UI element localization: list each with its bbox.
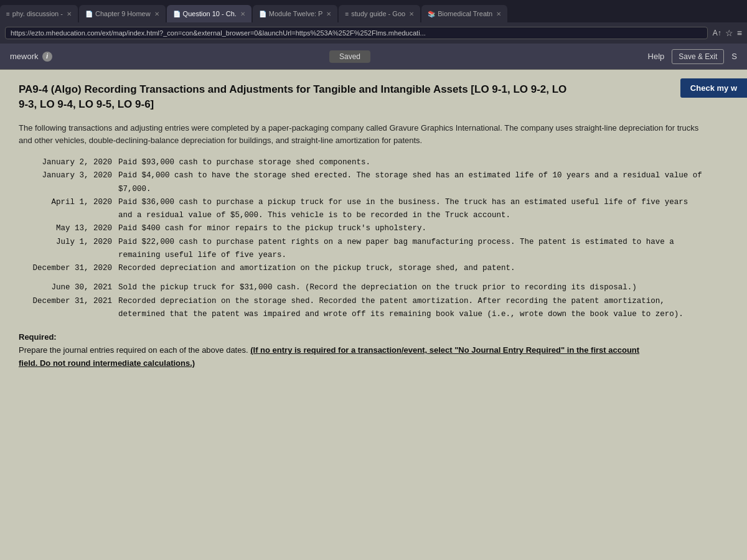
menu-icon[interactable]: ≡ [737,28,742,38]
problem-title: PA9-4 (Algo) Recording Transactions and … [19,82,579,112]
address-bar: https://ezto.mheducation.com/ext/map/ind… [0,22,747,44]
browser-action-icons: A↑ ☆ ≡ [713,28,742,38]
tab-module12[interactable]: 📄 Module Twelve: P ✕ [253,5,338,22]
tab-icon-3: 📄 [173,11,181,17]
transaction-date-7: December 31, 2021 [19,295,118,322]
check-my-button[interactable]: Check my w [680,78,747,98]
intro-text: The following transactions and adjusting… [19,122,703,148]
transaction-text-6: Sold the pickup truck for $31,000 cash. … [118,281,703,294]
tab-close-3[interactable]: ✕ [240,11,245,17]
tab-icon-4: 📄 [259,11,266,17]
transaction-text-2: Paid $36,000 cash to purchase a pickup t… [118,196,703,223]
save-exit-button[interactable]: Save & Exit [672,49,724,64]
transaction-row: April 1, 2020 Paid $36,000 cash to purch… [19,196,703,223]
transaction-date-4: July 1, 2020 [19,236,118,263]
toolbar-right: Help Save & Exit S [648,49,737,64]
bookmark-icon[interactable]: ☆ [725,28,733,38]
info-icon[interactable]: i [42,52,52,62]
app-toolbar: mework i Saved Help Save & Exit S [0,44,747,70]
tab-icon-2: 📄 [85,11,93,17]
tab-study-guide[interactable]: ≡ study guide - Goo ✕ [339,5,420,22]
transaction-row: June 30, 2021 Sold the pickup truck for … [19,281,703,294]
tab-question10[interactable]: 📄 Question 10 - Ch. ✕ [167,5,251,22]
transaction-row: January 3, 2020 Paid $4,000 cash to have… [19,169,703,196]
main-content: Check my w PA9-4 (Algo) Recording Transa… [0,70,747,560]
tab-icon-1: ≡ [6,11,10,17]
transactions-list: January 2, 2020 Paid $93,000 cash to pur… [19,156,703,321]
tab-icon-5: ≡ [345,11,349,17]
tab-close-5[interactable]: ✕ [409,11,414,17]
tab-biomedical[interactable]: 📚 Biomedical Treatn ✕ [421,5,507,22]
transaction-text-4: Paid $22,000 cash to purchase patent rig… [118,236,703,263]
required-text: Prepare the journal entries required on … [19,345,250,355]
tab-close-4[interactable]: ✕ [326,11,331,17]
toolbar-center: Saved [52,50,648,63]
transaction-text-5: Recorded depreciation and amortization o… [118,262,703,275]
transaction-text-3: Paid $400 cash for minor repairs to the … [118,222,703,235]
url-input[interactable]: https://ezto.mheducation.com/ext/map/ind… [5,27,708,39]
transaction-date-2: April 1, 2020 [19,196,118,223]
transaction-row: July 1, 2020 Paid $22,000 cash to purcha… [19,236,703,263]
homework-label: mework i [10,52,52,62]
tab-close-2[interactable]: ✕ [154,11,159,17]
transaction-text-1: Paid $4,000 cash to have the storage she… [118,169,703,196]
transaction-row: May 13, 2020 Paid $400 cash for minor re… [19,222,703,235]
transaction-date-3: May 13, 2020 [19,222,118,235]
transaction-date-0: January 2, 2020 [19,156,118,169]
browser-chrome: ≡ phy. discussion - ✕ 📄 Chapter 9 Homew … [0,0,747,44]
saved-badge: Saved [329,50,370,63]
help-button[interactable]: Help [648,52,665,61]
transaction-text-0: Paid $93,000 cash to purchase storage sh… [118,156,703,169]
transaction-row: December 31, 2020 Recorded depreciation … [19,262,703,275]
tab-close-1[interactable]: ✕ [67,11,72,17]
transaction-row: December 31, 2021 Recorded depreciation … [19,295,703,322]
transaction-row: January 2, 2020 Paid $93,000 cash to pur… [19,156,703,169]
tab-chapter9[interactable]: 📄 Chapter 9 Homew ✕ [79,5,166,22]
tab-phy-discussion[interactable]: ≡ phy. discussion - ✕ [0,5,78,22]
transaction-date-5: December 31, 2020 [19,262,118,275]
transaction-date-6: June 30, 2021 [19,281,118,294]
tab-icon-6: 📚 [428,11,435,17]
tab-close-6[interactable]: ✕ [496,11,501,17]
required-label: Required: [19,332,57,342]
required-section: Required: Prepare the journal entries re… [19,331,641,370]
skip-button[interactable]: S [731,52,737,61]
tab-bar: ≡ phy. discussion - ✕ 📄 Chapter 9 Homew … [0,0,747,22]
transaction-date-1: January 3, 2020 [19,169,118,196]
transaction-text-7: Recorded depreciation on the storage she… [118,295,703,322]
font-size-icon[interactable]: A↑ [713,29,721,37]
